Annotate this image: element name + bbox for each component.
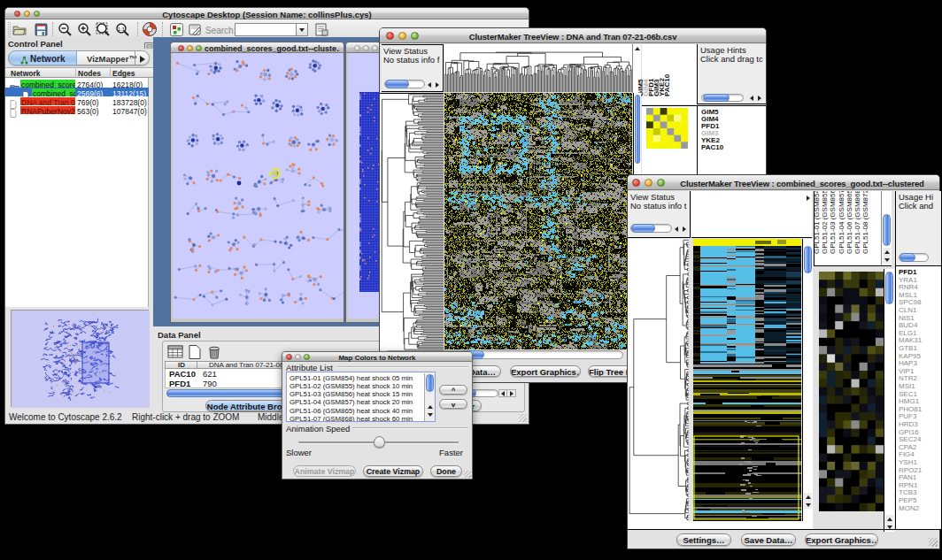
svg-text:1:1: 1:1 <box>118 27 126 32</box>
